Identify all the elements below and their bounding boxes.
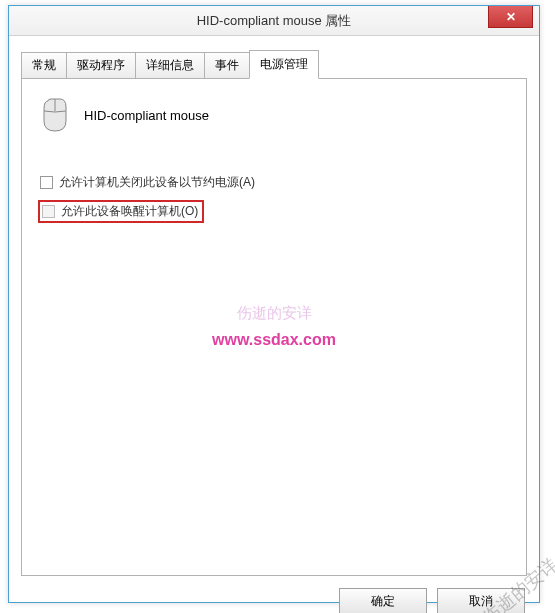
close-icon: ✕	[506, 10, 516, 24]
tab-events[interactable]: 事件	[204, 52, 250, 79]
allow-wake-row[interactable]: 允许此设备唤醒计算机(O)	[38, 200, 204, 223]
titlebar[interactable]: HID-compliant mouse 属性 ✕	[9, 6, 539, 36]
mouse-icon	[38, 97, 72, 133]
allow-power-off-checkbox[interactable]	[40, 176, 53, 189]
allow-wake-checkbox[interactable]	[42, 205, 55, 218]
allow-power-off-label: 允许计算机关闭此设备以节约电源(A)	[59, 174, 255, 191]
cancel-button[interactable]: 取消	[437, 588, 525, 613]
watermark-text-2: www.ssdax.com	[22, 331, 526, 349]
window-title: HID-compliant mouse 属性	[9, 12, 539, 30]
close-button[interactable]: ✕	[488, 6, 533, 28]
device-header: HID-compliant mouse	[38, 97, 510, 133]
dialog-buttons: 确定 取消	[9, 588, 539, 613]
properties-dialog: HID-compliant mouse 属性 ✕ 常规 驱动程序 详细信息 事件…	[8, 5, 540, 603]
ok-button[interactable]: 确定	[339, 588, 427, 613]
watermark-text-1: 伤逝的安详	[22, 304, 526, 323]
tab-power-management[interactable]: 电源管理	[249, 50, 319, 79]
allow-power-off-row[interactable]: 允许计算机关闭此设备以节约电源(A)	[38, 173, 510, 192]
tab-details[interactable]: 详细信息	[135, 52, 205, 79]
tab-content: HID-compliant mouse 允许计算机关闭此设备以节约电源(A) 允…	[21, 79, 527, 576]
device-name: HID-compliant mouse	[84, 108, 209, 123]
allow-wake-label: 允许此设备唤醒计算机(O)	[61, 203, 198, 220]
tab-general[interactable]: 常规	[21, 52, 67, 79]
tab-driver[interactable]: 驱动程序	[66, 52, 136, 79]
tabstrip: 常规 驱动程序 详细信息 事件 电源管理	[9, 36, 539, 79]
